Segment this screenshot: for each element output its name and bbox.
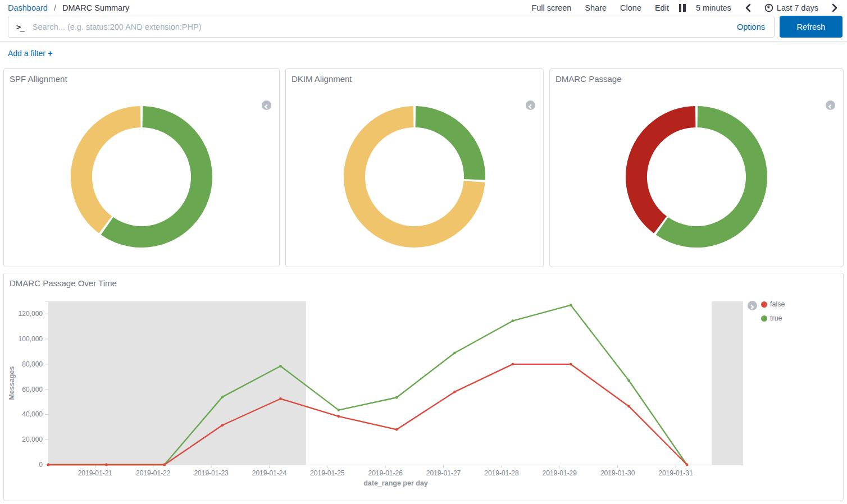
panel-dkim-alignment: DKIM Alignment bbox=[285, 68, 544, 267]
time-range-picker[interactable]: Last 7 days bbox=[764, 3, 818, 12]
clock-icon bbox=[764, 3, 773, 12]
top-nav-bar: Dashboard / DMARC Summary Full screen Sh… bbox=[0, 0, 847, 14]
svg-text:Messages: Messages bbox=[8, 366, 16, 400]
spf-donut-chart[interactable] bbox=[69, 104, 215, 250]
panel-title: DMARC Passage Over Time bbox=[4, 273, 843, 289]
svg-text:2019-01-31: 2019-01-31 bbox=[658, 469, 693, 477]
filter-bar: Add a filter+ bbox=[0, 42, 847, 64]
legend-toggle-button[interactable] bbox=[826, 100, 835, 110]
legend-toggle-button[interactable] bbox=[748, 301, 757, 310]
legend-toggle-button[interactable] bbox=[262, 100, 271, 110]
svg-text:2019-01-28: 2019-01-28 bbox=[484, 469, 519, 477]
svg-text:20,000: 20,000 bbox=[22, 436, 43, 443]
pause-icon[interactable] bbox=[679, 4, 686, 12]
chevron-left-icon bbox=[265, 104, 269, 109]
breadcrumb-separator: / bbox=[54, 3, 56, 12]
svg-text:40,000: 40,000 bbox=[22, 410, 43, 418]
edit-button[interactable]: Edit bbox=[655, 3, 669, 12]
page-title: DMARC Summary bbox=[62, 3, 129, 12]
svg-text:80,000: 80,000 bbox=[22, 360, 43, 368]
svg-text:2019-01-21: 2019-01-21 bbox=[78, 469, 113, 477]
dkim-donut-chart[interactable] bbox=[341, 104, 488, 250]
svg-text:120,000: 120,000 bbox=[19, 310, 43, 318]
options-link[interactable]: Options bbox=[735, 22, 767, 31]
legend-label: false bbox=[770, 300, 785, 308]
svg-text:2019-01-24: 2019-01-24 bbox=[252, 469, 287, 477]
svg-text:2019-01-27: 2019-01-27 bbox=[426, 469, 461, 477]
svg-text:2019-01-30: 2019-01-30 bbox=[600, 469, 635, 477]
fullscreen-button[interactable]: Full screen bbox=[531, 3, 571, 12]
breadcrumb-dashboard-link[interactable]: Dashboard bbox=[8, 3, 48, 12]
legend-item-false[interactable]: false bbox=[761, 300, 785, 308]
svg-text:date_range per day: date_range per day bbox=[363, 479, 428, 487]
time-back-chevron-icon[interactable] bbox=[745, 3, 751, 12]
legend-dot-icon bbox=[761, 315, 767, 322]
chart-legend: falsetrue bbox=[748, 296, 843, 496]
panel-title: DMARC Passage bbox=[550, 69, 843, 85]
legend-toggle-button[interactable] bbox=[526, 100, 535, 110]
svg-text:0: 0 bbox=[39, 461, 43, 469]
legend-label: true bbox=[770, 314, 782, 322]
legend-item-true[interactable]: true bbox=[761, 314, 785, 322]
svg-text:100,000: 100,000 bbox=[19, 335, 43, 343]
add-filter-link[interactable]: Add a filter+ bbox=[8, 49, 53, 58]
clone-button[interactable]: Clone bbox=[620, 3, 641, 12]
dmarc-donut-chart[interactable] bbox=[623, 104, 769, 250]
chevron-left-icon bbox=[828, 104, 833, 109]
query-prompt-icon: >_ bbox=[16, 22, 24, 31]
panel-dmarc-passage-over-time: DMARC Passage Over Time 020,00040,00060,… bbox=[3, 273, 844, 501]
share-button[interactable]: Share bbox=[585, 3, 607, 12]
chevron-right-icon bbox=[749, 305, 754, 309]
svg-text:2019-01-25: 2019-01-25 bbox=[310, 469, 345, 477]
time-range-label: Last 7 days bbox=[777, 3, 818, 12]
svg-text:2019-01-23: 2019-01-23 bbox=[194, 469, 229, 477]
panel-spf-allignment: SPF Allignment bbox=[3, 68, 280, 267]
dmarc-over-time-line-chart[interactable]: 020,00040,00060,00080,000100,000120,0002… bbox=[4, 296, 748, 496]
dashboard-menu: Full screen Share Clone Edit 5 minutes L… bbox=[531, 3, 838, 12]
svg-text:60,000: 60,000 bbox=[22, 386, 43, 393]
panel-dmarc-passage: DMARC Passage bbox=[549, 68, 844, 267]
time-forward-chevron-icon[interactable] bbox=[832, 3, 838, 12]
chevron-left-icon bbox=[529, 104, 533, 109]
svg-text:2019-01-26: 2019-01-26 bbox=[368, 469, 403, 477]
add-filter-label: Add a filter bbox=[8, 49, 45, 58]
panel-title: DKIM Alignment bbox=[286, 69, 543, 85]
query-bar: >_ Options Refresh bbox=[0, 14, 847, 42]
svg-text:2019-01-22: 2019-01-22 bbox=[136, 469, 171, 477]
dashboard-grid: SPF Allignment DKIM Alignment DMARC Pass… bbox=[0, 64, 847, 501]
panel-title: SPF Allignment bbox=[4, 69, 279, 85]
search-input[interactable] bbox=[33, 22, 735, 31]
breadcrumb: Dashboard / DMARC Summary bbox=[8, 3, 129, 12]
refresh-button[interactable]: Refresh bbox=[780, 16, 843, 38]
search-box: >_ Options bbox=[8, 16, 775, 38]
svg-text:2019-01-29: 2019-01-29 bbox=[543, 469, 577, 477]
plus-icon: + bbox=[48, 48, 53, 58]
legend-dot-icon bbox=[761, 301, 767, 308]
refresh-interval-button[interactable]: 5 minutes bbox=[696, 3, 731, 12]
